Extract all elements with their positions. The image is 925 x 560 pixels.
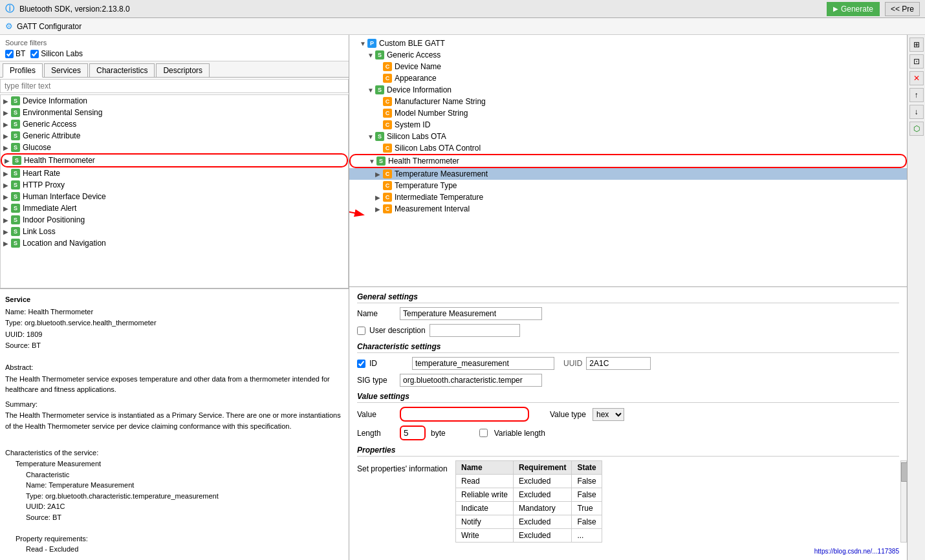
delete-button[interactable]: ✕ [909, 71, 924, 85]
list-item[interactable]: ▶ S Environmental Sensing [1, 107, 348, 118]
tab-descriptors[interactable]: Descriptors [156, 63, 210, 77]
add-button[interactable]: ⊞ [909, 38, 924, 52]
sig-type-input[interactable] [400, 374, 542, 387]
desc-prop-req1: Read - Excluded [26, 544, 343, 555]
list-item[interactable]: ▶ C Measurement Interval [349, 203, 907, 215]
list-item[interactable]: C Model Number String [349, 107, 907, 119]
delete-icon: ✕ [913, 74, 920, 83]
list-item[interactable]: ▶ C Intermediate Temperature [349, 191, 907, 203]
export-icon: ⬡ [913, 124, 920, 133]
list-item[interactable]: ▶ S Generic Attribute [1, 130, 348, 142]
list-item[interactable]: ▶ S Link Loss [1, 226, 348, 237]
side-toolbar: ⊞ ⊡ ✕ ↑ ↓ ⬡ [907, 35, 925, 560]
left-tree: ▶ S Device Information ▶ S Environmental… [0, 94, 349, 288]
name-row: Name [357, 307, 899, 320]
list-item[interactable]: ▶ S Location and Navigation [1, 237, 348, 249]
desc-source: Source: BT [5, 340, 343, 351]
sdk-version-label: Bluetooth SDK, version:2.13.8.0 [19, 5, 130, 14]
generate-button[interactable]: ▶ Generate [827, 2, 880, 16]
filter-input[interactable] [0, 79, 349, 93]
col-requirement: Requirement [514, 461, 572, 475]
id-label: ID [369, 359, 408, 368]
list-item[interactable]: C Manufacturer Name String [349, 96, 907, 107]
tab-profiles[interactable]: Profiles [3, 63, 43, 78]
value-input[interactable] [400, 407, 529, 422]
value-type-label: Value type [550, 410, 589, 419]
table-row[interactable]: Notify Excluded False [456, 515, 602, 529]
list-item[interactable]: C Silicon Labs OTA Control [349, 142, 907, 154]
tab-services[interactable]: Services [44, 63, 88, 77]
desc-char1-sub3: Type: org.bluetooth.characteristic.tempe… [26, 491, 343, 502]
user-desc-input[interactable] [430, 324, 520, 337]
uuid-label: UUID [563, 359, 582, 368]
expand-button[interactable]: ⊡ [909, 54, 924, 69]
list-item[interactable]: ▶ S Human Interface Device [1, 191, 348, 202]
list-item[interactable]: ▶ S Glucose [1, 142, 348, 153]
list-item[interactable]: ▶ S Heart Rate [1, 167, 348, 179]
bt-checkbox[interactable] [5, 50, 14, 58]
gatt-root[interactable]: ▼ P Custom BLE GATT [349, 38, 907, 49]
length-label: Length [357, 429, 396, 438]
configurator-title: GATT Configurator [17, 22, 82, 31]
desc-summary-text: The Health Thermometer service is instan… [5, 410, 343, 431]
down-button[interactable]: ↓ [909, 105, 924, 119]
properties-table: Name Requirement State Read Excluded Fal… [455, 460, 602, 543]
settings-panel: General settings Name User description C… [349, 287, 907, 560]
value-type-select[interactable]: hex utf-8 user [593, 408, 624, 421]
properties-title: Properties [357, 446, 899, 457]
name-input[interactable] [400, 307, 542, 320]
variable-length-checkbox[interactable] [479, 429, 488, 437]
length-input[interactable] [400, 425, 426, 440]
desc-chars-title: Characteristics of the service: [5, 447, 343, 458]
table-row[interactable]: Indicate Mandatory True [456, 502, 602, 515]
list-item[interactable]: C Device Name [349, 61, 907, 72]
id-input[interactable] [412, 357, 554, 370]
health-thermometer-left-item[interactable]: ▶ S Health Thermometer [1, 153, 348, 167]
desc-prop-req-title: Property requirements: [16, 533, 343, 544]
list-item[interactable]: C Temperature Type [349, 180, 907, 191]
export-button[interactable]: ⬡ [909, 122, 924, 136]
desc-char1-sub1: Characteristic [26, 469, 343, 480]
gatt-generic-access[interactable]: ▼ S Generic Access [349, 49, 907, 61]
gatt-silicon-labs-ota[interactable]: ▼ S Silicon Labs OTA [349, 131, 907, 142]
up-button[interactable]: ↑ [909, 88, 924, 102]
desc-abstract-text: The Health Thermometer service exposes t… [5, 374, 343, 395]
desc-abstract-title: Abstract: [5, 362, 343, 373]
list-item[interactable]: C Appearance [349, 72, 907, 84]
pre-button[interactable]: << Pre [885, 2, 920, 16]
user-desc-checkbox[interactable] [357, 327, 365, 335]
set-props-label: Set properties' information [357, 464, 448, 473]
title-bar: ⚙ GATT Configurator [0, 18, 925, 35]
info-icon: ⓘ [5, 3, 14, 15]
list-item[interactable]: C System ID [349, 119, 907, 131]
value-settings-title: Value settings [357, 392, 899, 403]
list-item[interactable]: ▶ S HTTP Proxy [1, 179, 348, 191]
bt-filter[interactable]: BT [5, 49, 25, 58]
table-row[interactable]: Reliable write Excluded False [456, 488, 602, 502]
silicon-labs-filter[interactable]: Silicon Labs [30, 49, 83, 58]
uuid-input[interactable] [586, 357, 651, 370]
list-item[interactable]: ▶ S Indoor Positioning [1, 214, 348, 226]
id-checkbox[interactable] [357, 360, 365, 368]
properties-area: Set properties' information Name Require… [357, 460, 899, 543]
id-row: ID UUID [357, 357, 899, 370]
user-desc-label: User description [369, 326, 426, 335]
name-label: Name [357, 309, 396, 318]
value-row: Value Value type hex utf-8 user [357, 407, 899, 422]
list-item[interactable]: ▶ S Generic Access [1, 118, 348, 130]
description-panel: Service Name: Health Thermometer Type: o… [0, 288, 349, 560]
char-settings-title: Characteristic settings [357, 342, 899, 353]
desc-summary-title: Summary: [5, 399, 343, 410]
temp-measurement-item[interactable]: ▶ C Temperature Measurement [349, 168, 907, 180]
gatt-health-thermometer[interactable]: ▼ S Health Thermometer [349, 154, 907, 168]
desc-section-title: Service [5, 294, 343, 305]
gatt-device-info[interactable]: ▼ S Device Information [349, 84, 907, 96]
list-item[interactable]: ▶ S Immediate Alert [1, 202, 348, 214]
list-item[interactable]: ▶ S Device Information [1, 95, 348, 107]
top-info-bar: ⓘ Bluetooth SDK, version:2.13.8.0 ▶ Gene… [0, 0, 925, 18]
silicon-labs-checkbox[interactable] [30, 50, 39, 58]
gatt-tree: ▼ P Custom BLE GATT ▼ S Generic Access C… [349, 35, 907, 287]
table-row[interactable]: Read Excluded False [456, 475, 602, 488]
table-row[interactable]: Write Excluded ... [456, 529, 602, 543]
tab-characteristics[interactable]: Characteristics [89, 63, 155, 77]
